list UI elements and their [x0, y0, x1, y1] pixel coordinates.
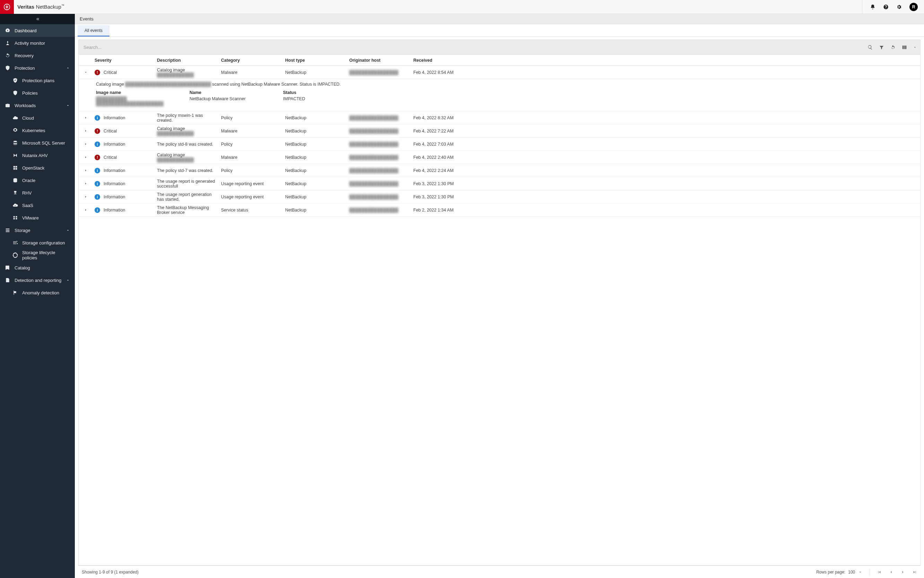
col-originator[interactable]: Originator host	[347, 58, 411, 63]
sidebar-item-anomaly-detection[interactable]: Anomaly detection	[0, 286, 75, 299]
table-row[interactable]: iInformation The NetBackup Messaging Bro…	[79, 203, 920, 217]
cell-received: Feb 4, 2022 7:03 AM	[411, 142, 484, 147]
row-expand-toggle[interactable]	[79, 116, 92, 120]
sidebar-item-vmware[interactable]: VMware	[0, 211, 75, 224]
sidebar-item-oracle[interactable]: Oracle	[0, 174, 75, 187]
sidebar-item-policies[interactable]: Policies	[0, 87, 75, 99]
search-icon[interactable]	[867, 45, 873, 50]
cell-severity: iInformation	[92, 207, 155, 213]
main: Events All events Severity Descr	[75, 14, 924, 578]
sidebar-item-recovery[interactable]: Recovery	[0, 49, 75, 62]
sidebar-item-rhv[interactable]: RHV	[0, 187, 75, 199]
sidebar-item-storage-lifecycle-policies[interactable]: Storage lifecycle policies	[0, 249, 75, 261]
row-expand-toggle[interactable]	[79, 195, 92, 199]
col-description[interactable]: Description	[155, 58, 219, 63]
sidebar-item-storage-configuration[interactable]: Storage configuration	[0, 237, 75, 249]
sidebar-item-label: RHV	[22, 190, 70, 196]
sidebar-item-label: SaaS	[22, 203, 70, 208]
table-row[interactable]: iInformation The policy mswin-1 was crea…	[79, 111, 920, 125]
table-row[interactable]: iInformation The usage report is generat…	[79, 177, 920, 190]
information-icon: i	[95, 115, 100, 121]
row-expand-toggle[interactable]	[79, 169, 92, 172]
cell-host-type: NetBackup	[283, 155, 347, 160]
search-input[interactable]	[82, 43, 867, 52]
sidebar-item-label: Catalog	[15, 265, 70, 270]
cell-host-type: NetBackup	[283, 115, 347, 120]
refresh-icon[interactable]	[890, 45, 896, 50]
table-row[interactable]: iInformation The policy std-8 was create…	[79, 138, 920, 151]
col-category[interactable]: Category	[219, 58, 283, 63]
row-expand-toggle[interactable]	[79, 208, 92, 212]
settings-icon[interactable]	[896, 4, 902, 10]
cell-description: The usage report is generated successful…	[155, 179, 219, 188]
notifications-icon[interactable]	[870, 4, 875, 10]
page-prev-icon[interactable]	[888, 570, 893, 575]
filter-icon[interactable]	[879, 45, 884, 50]
columns-menu-chevron-icon[interactable]	[913, 45, 917, 50]
cell-received: Feb 3, 2022 1:30 PM	[411, 181, 484, 186]
sidebar-item-activity-monitor[interactable]: Activity monitor	[0, 37, 75, 49]
sidebar-item-label: Storage lifecycle policies	[22, 250, 70, 260]
sidebar-item-label: Workloads	[15, 103, 66, 108]
table-row[interactable]: !Critical Catalog image ████████████ Mal…	[79, 125, 920, 138]
information-icon: i	[95, 207, 100, 213]
table-header: Severity Description Category Host type …	[79, 55, 920, 66]
row-expand-toggle[interactable]	[79, 70, 92, 74]
cell-received: Feb 3, 2022 1:30 PM	[411, 195, 484, 200]
cell-severity: iInformation	[92, 115, 155, 121]
sidebar-item-cloud[interactable]: Cloud	[0, 112, 75, 124]
rows-per-page-value[interactable]: 100	[848, 570, 855, 575]
table-row[interactable]: !Critical Catalog image ████████████ Mal…	[79, 151, 920, 164]
cell-originator: ████████████████	[347, 168, 411, 173]
topbar: Veritas NetBackup™ R	[0, 0, 924, 14]
table-row[interactable]: iInformation The usage report generation…	[79, 190, 920, 203]
row-expand-toggle[interactable]	[79, 142, 92, 146]
columns-icon[interactable]	[902, 45, 907, 50]
rows-per-page-chevron-icon[interactable]	[858, 570, 863, 575]
cell-originator: ████████████████	[347, 208, 411, 213]
sidebar-item-protection[interactable]: Protection	[0, 62, 75, 74]
cell-originator: ████████████████	[347, 142, 411, 147]
table-row[interactable]: iInformation The policy std-7 was create…	[79, 164, 920, 177]
user-avatar[interactable]: R	[909, 3, 918, 11]
sidebar-collapse[interactable]	[0, 14, 75, 24]
row-expand-toggle[interactable]	[79, 182, 92, 185]
sidebar-item-kubernetes[interactable]: Kubernetes	[0, 124, 75, 136]
table-row[interactable]: !Critical Catalog image ████████████ Mal…	[79, 66, 920, 79]
tabs: All events	[75, 24, 924, 37]
row-expand-toggle[interactable]	[79, 155, 92, 159]
sidebar-item-detection-and-reporting[interactable]: Detection and reporting	[0, 274, 75, 286]
detail-image-name-label: Image name	[96, 90, 179, 95]
sidebar-item-microsoft-sql-server[interactable]: Microsoft SQL Server	[0, 136, 75, 149]
cell-host-type: NetBackup	[283, 195, 347, 200]
page-first-icon[interactable]	[877, 570, 882, 575]
toolbar	[78, 39, 921, 55]
sidebar-item-saas[interactable]: SaaS	[0, 199, 75, 211]
cell-received: Feb 4, 2022 2:40 AM	[411, 155, 484, 160]
row-expand-toggle[interactable]	[79, 129, 92, 133]
sidebar-item-protection-plans[interactable]: Protection plans	[0, 74, 75, 87]
sidebar-item-label: Storage	[15, 228, 66, 233]
cell-category: Policy	[219, 142, 283, 147]
help-icon[interactable]	[883, 4, 888, 10]
sidebar-item-dashboard[interactable]: Dashboard	[0, 24, 75, 37]
sidebar-item-catalog[interactable]: Catalog	[0, 261, 75, 274]
sidebar-item-workloads[interactable]: Workloads	[0, 99, 75, 112]
sidebar-item-nutanix-ahv[interactable]: Nutanix AHV	[0, 149, 75, 162]
page-next-icon[interactable]	[900, 570, 905, 575]
col-received[interactable]: Received	[411, 58, 484, 63]
cell-category: Malware	[219, 70, 283, 75]
sidebar-item-label: Cloud	[22, 115, 70, 121]
sidebar-item-label: VMware	[22, 215, 70, 221]
sidebar-item-storage[interactable]: Storage	[0, 224, 75, 237]
cell-description: The usage report generation has started.	[155, 192, 219, 202]
col-host-type[interactable]: Host type	[283, 58, 347, 63]
sidebar-item-label: Microsoft SQL Server	[22, 140, 70, 146]
sidebar-item-label: Dashboard	[15, 28, 70, 33]
page-last-icon[interactable]	[912, 570, 917, 575]
col-severity[interactable]: Severity	[92, 58, 155, 63]
tab-all-events[interactable]: All events	[78, 25, 110, 36]
sidebar-item-openstack[interactable]: OpenStack	[0, 162, 75, 174]
cell-severity: !Critical	[92, 155, 155, 160]
detail-status-label: Status	[283, 90, 352, 95]
